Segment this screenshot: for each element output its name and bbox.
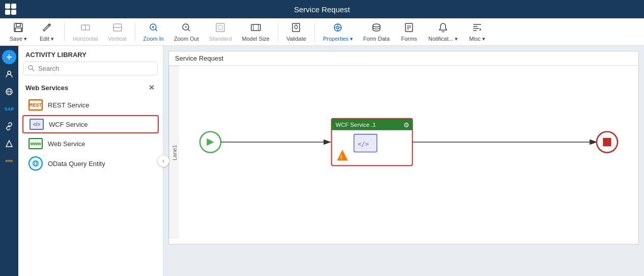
collapse-panel-button[interactable]: ‹ (157, 155, 169, 167)
library-item-wcf[interactable]: </> WCF Service (22, 115, 159, 133)
library-title: ACTIVITY LIBRARY (25, 51, 86, 59)
horizontal-label: Horizontal (73, 36, 98, 42)
zoom-in-label: Zoom In (143, 36, 164, 42)
notifications-button[interactable]: Notificat... ▾ (424, 20, 462, 44)
library-header: ACTIVITY LIBRARY (18, 46, 163, 62)
wcf-icon: </> (30, 119, 44, 130)
save-label: Save ▾ (10, 36, 27, 42)
standard-label: Standard (209, 36, 232, 42)
library-item-web[interactable]: www Web Service (18, 134, 163, 153)
category-header[interactable]: Web Services ✕ (18, 79, 163, 96)
model-size-icon (250, 22, 261, 35)
svg-rect-16 (251, 24, 260, 31)
svg-point-20 (295, 25, 298, 29)
library-container: ACTIVITY LIBRARY Web Services ✕ REST (18, 46, 163, 276)
svg-point-42 (35, 161, 37, 166)
app-title: Service Request (294, 5, 350, 14)
wcf-label: WCF Service (49, 121, 88, 128)
odata-icon (28, 156, 43, 171)
side-icon-plus[interactable] (2, 50, 16, 64)
svg-rect-1 (16, 23, 20, 26)
web-icon: www (28, 138, 43, 149)
form-data-label: Form Data (363, 36, 390, 42)
library-item-odata[interactable]: OData Query Entity (18, 153, 163, 174)
rest-icon: REST (28, 99, 43, 111)
svg-line-13 (188, 29, 190, 31)
zoom-in-button[interactable]: Zoom In (139, 20, 168, 44)
svg-text:</>: </> (358, 141, 369, 148)
model-size-button[interactable]: Model Size (238, 20, 274, 44)
zoom-in-icon (148, 22, 159, 35)
search-icon (27, 64, 35, 73)
misc-icon (472, 22, 483, 35)
svg-rect-14 (216, 23, 224, 32)
lane-label: Lane1 (169, 66, 179, 239)
toolbar: Save ▾ Edit ▾ Horizontal Vertica (0, 18, 644, 46)
lane-container: Lane1 WCF Service .1 ⚙ (169, 66, 638, 239)
svg-text:!: ! (340, 155, 342, 160)
svg-text:⚙: ⚙ (403, 121, 409, 129)
notifications-label: Notificat... ▾ (428, 36, 458, 42)
side-icon-globe[interactable] (2, 85, 16, 99)
web-label: Web Service (48, 140, 85, 148)
form-data-icon (371, 22, 382, 35)
edit-icon (41, 22, 52, 35)
save-button[interactable]: Save ▾ (5, 20, 32, 44)
vertical-button[interactable]: Vertical (104, 20, 131, 44)
diagram-title: Service Request (169, 51, 638, 66)
search-box (23, 62, 158, 75)
top-bar: Service Request (0, 0, 644, 18)
form-data-button[interactable]: Form Data (359, 20, 394, 44)
main-layout: SAP aws ACTIVITY LIBRARY (0, 46, 644, 276)
svg-rect-2 (15, 28, 21, 32)
category-close-button[interactable]: ✕ (148, 82, 156, 93)
svg-point-41 (33, 161, 38, 166)
zoom-out-label: Zoom Out (174, 36, 199, 42)
lane-content: WCF Service .1 ⚙ </> ! (179, 66, 638, 239)
side-icon-chart[interactable] (2, 136, 16, 151)
forms-label: Forms (401, 36, 417, 42)
svg-line-10 (155, 29, 157, 31)
standard-button[interactable]: Standard (205, 20, 236, 44)
side-icon-aws[interactable]: aws (2, 154, 16, 168)
library-panel: ACTIVITY LIBRARY Web Services ✕ REST (18, 46, 163, 276)
category-label: Web Services (25, 84, 68, 92)
edit-label: Edit ▾ (40, 36, 54, 42)
diagram-container: Service Request Lane1 (168, 51, 639, 244)
notifications-icon (437, 22, 449, 35)
library-item-rest[interactable]: REST REST Service (18, 96, 163, 114)
misc-label: Misc ▾ (469, 36, 485, 42)
side-icon-sap[interactable]: SAP (2, 102, 16, 116)
svg-marker-38 (6, 141, 12, 147)
sep3 (278, 23, 278, 41)
model-size-label: Model Size (242, 36, 270, 42)
properties-icon (332, 22, 343, 35)
horizontal-button[interactable]: Horizontal (69, 20, 102, 44)
forms-button[interactable]: Forms (396, 20, 422, 44)
properties-label: Properties ▾ (323, 36, 353, 42)
validate-button[interactable]: Validate (282, 20, 310, 44)
standard-icon (215, 22, 226, 35)
rest-label: REST Service (48, 101, 89, 109)
forms-icon (403, 22, 415, 35)
side-icons: SAP aws (0, 46, 18, 276)
side-icon-link[interactable] (2, 119, 16, 133)
zoom-out-button[interactable]: Zoom Out (170, 20, 203, 44)
edit-button[interactable]: Edit ▾ (34, 20, 60, 44)
canvas-area[interactable]: Service Request Lane1 (163, 46, 644, 276)
properties-button[interactable]: Properties ▾ (319, 20, 357, 44)
vertical-label: Vertical (108, 36, 127, 42)
svg-rect-57 (603, 138, 611, 146)
svg-point-22 (337, 26, 339, 29)
svg-rect-15 (218, 25, 222, 30)
misc-button[interactable]: Misc ▾ (464, 20, 490, 44)
search-input[interactable] (23, 62, 158, 75)
sep1 (64, 23, 65, 41)
svg-line-40 (32, 69, 34, 71)
svg-point-27 (373, 24, 380, 27)
app-grid-icon[interactable] (5, 4, 16, 15)
horizontal-icon (80, 22, 91, 35)
side-icon-user[interactable] (2, 67, 16, 81)
validate-icon (290, 22, 302, 35)
sep4 (314, 23, 315, 41)
